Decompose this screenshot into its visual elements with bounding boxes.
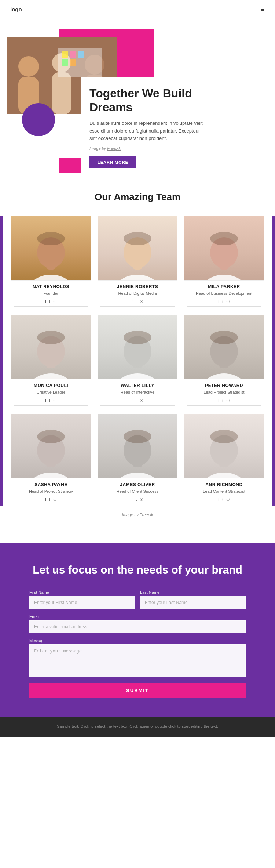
twitter-icon[interactable]: t — [49, 299, 50, 304]
twitter-icon[interactable]: t — [136, 497, 137, 502]
last-name-label: Last Name — [140, 590, 246, 594]
team-photo — [11, 315, 91, 379]
team-member-name: MILA PARKER — [187, 284, 261, 289]
team-photo — [184, 315, 264, 379]
instagram-icon[interactable]: ☉ — [140, 299, 143, 304]
hero-credit-link[interactable]: Freepik — [107, 146, 121, 151]
twitter-icon[interactable]: t — [49, 398, 50, 403]
team-socials: f t ☉ — [100, 299, 175, 304]
facebook-icon[interactable]: f — [132, 497, 133, 502]
svg-rect-5 — [52, 72, 71, 114]
team-member-role: Head of Interactive — [100, 390, 175, 395]
hero-content: Together We Build Dreams Duis aute irure… — [81, 77, 213, 179]
contact-form: First Name Last Name Email Message SUBMI… — [29, 590, 246, 698]
facebook-icon[interactable]: f — [132, 398, 133, 403]
facebook-icon[interactable]: f — [132, 299, 133, 304]
team-member-role: Lead Content Strategist — [187, 489, 261, 494]
team-card: MONICA POULI Creative Leader f t ☉ — [11, 315, 91, 407]
hero-purple-circle — [22, 103, 55, 136]
twitter-icon[interactable]: t — [222, 497, 223, 502]
team-member-name: MONICA POULI — [14, 383, 88, 388]
first-name-input[interactable] — [29, 596, 135, 609]
svg-point-23 — [124, 232, 151, 245]
instagram-icon[interactable]: ☉ — [226, 497, 230, 502]
facebook-icon[interactable]: f — [45, 299, 46, 304]
team-member-role: Head of Project Strategy — [14, 489, 88, 494]
twitter-icon[interactable]: t — [222, 299, 223, 304]
team-member-name: JENNIE ROBERTS — [100, 284, 175, 289]
learn-more-button[interactable]: LEARN MORE — [89, 156, 136, 168]
message-input[interactable] — [29, 644, 246, 677]
team-card: SASHA PAYNE Head of Project Strategy f t… — [11, 414, 91, 506]
team-socials: f t ☉ — [100, 497, 175, 502]
team-section: Our Amazing Team — [0, 188, 275, 532]
team-socials: f t ☉ — [187, 398, 261, 403]
instagram-icon[interactable]: ☉ — [53, 299, 57, 304]
twitter-icon[interactable]: t — [136, 299, 137, 304]
team-member-role: Founder — [14, 291, 88, 296]
team-member-name: WALTER LILLY — [100, 383, 175, 388]
team-socials: f t ☉ — [14, 299, 88, 304]
svg-point-33 — [37, 331, 65, 344]
svg-point-18 — [37, 232, 65, 245]
twitter-icon[interactable]: t — [222, 398, 223, 403]
instagram-icon[interactable]: ☉ — [53, 398, 57, 403]
team-photo — [184, 216, 264, 280]
team-credit-link[interactable]: Freepik — [140, 513, 153, 517]
team-photo — [98, 216, 177, 280]
svg-rect-9 — [62, 51, 68, 58]
facebook-icon[interactable]: f — [218, 497, 219, 502]
svg-point-53 — [124, 430, 151, 443]
hero-credit-text: Image by — [89, 146, 106, 151]
hero-description: Duis aute irure dolor in reprehenderit i… — [89, 120, 204, 142]
team-member-role: Lead Project Strategist — [187, 390, 261, 395]
svg-rect-11 — [78, 51, 84, 58]
svg-point-43 — [210, 331, 238, 344]
hero-title: Together We Build Dreams — [89, 86, 204, 115]
svg-point-48 — [37, 430, 65, 443]
svg-rect-12 — [62, 59, 68, 66]
svg-point-28 — [210, 232, 238, 245]
message-label: Message — [29, 639, 246, 643]
svg-point-58 — [210, 430, 238, 443]
instagram-icon[interactable]: ☉ — [226, 398, 230, 403]
team-section-title: Our Amazing Team — [11, 191, 264, 203]
team-socials: f t ☉ — [14, 497, 88, 502]
team-member-name: PETER HOWARD — [187, 383, 261, 388]
facebook-icon[interactable]: f — [218, 299, 219, 304]
team-socials: f t ☉ — [187, 497, 261, 502]
team-card: MILA PARKER Head of Business Development… — [184, 216, 264, 308]
team-card: JAMES OLIVER Head of Client Success f t … — [98, 414, 177, 506]
cta-title: Let us focus on the needs of your brand — [29, 563, 246, 577]
twitter-icon[interactable]: t — [136, 398, 137, 403]
email-input[interactable] — [29, 620, 246, 633]
team-photo — [98, 315, 177, 379]
instagram-icon[interactable]: ☉ — [226, 299, 230, 304]
team-socials: f t ☉ — [187, 299, 261, 304]
facebook-icon[interactable]: f — [45, 497, 46, 502]
team-photo — [98, 414, 177, 478]
twitter-icon[interactable]: t — [49, 497, 50, 502]
submit-button[interactable]: SUBMIT — [29, 683, 246, 698]
instagram-icon[interactable]: ☉ — [140, 398, 143, 403]
svg-rect-10 — [70, 51, 76, 58]
facebook-icon[interactable]: f — [45, 398, 46, 403]
footer: Sample text. Click to select the text bo… — [0, 717, 275, 737]
team-card: JENNIE ROBERTS Head of Digital Media f t… — [98, 216, 177, 308]
team-photo — [11, 414, 91, 478]
team-member-role: Creative Leader — [14, 390, 88, 395]
hamburger-icon[interactable]: ≡ — [260, 5, 265, 14]
hero-section: Together We Build Dreams Duis aute irure… — [0, 19, 275, 173]
team-card: NAT REYNOLDS Founder f t ☉ — [11, 216, 91, 308]
instagram-icon[interactable]: ☉ — [53, 497, 57, 502]
last-name-input[interactable] — [140, 596, 246, 609]
team-member-role: Head of Business Development — [187, 291, 261, 296]
team-credit-text: Image by — [122, 513, 139, 517]
facebook-icon[interactable]: f — [218, 398, 219, 403]
team-card: PETER HOWARD Lead Project Strategist f t… — [184, 315, 264, 407]
instagram-icon[interactable]: ☉ — [140, 497, 143, 502]
team-member-name: SASHA PAYNE — [14, 482, 88, 487]
team-member-name: NAT REYNOLDS — [14, 284, 88, 289]
team-card: ANN RICHMOND Lead Content Strategist f t… — [184, 414, 264, 506]
svg-rect-13 — [70, 59, 76, 66]
